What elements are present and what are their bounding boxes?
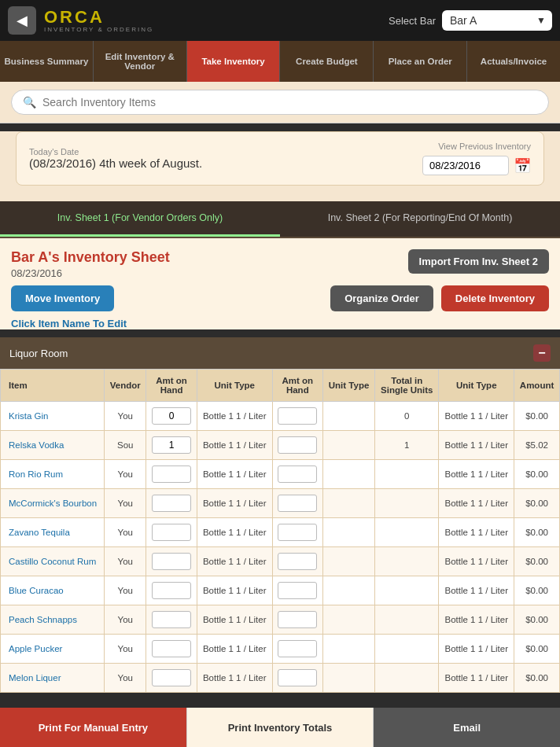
cell-item-name[interactable]: McCormick's Bourbon	[1, 489, 105, 518]
cell-unit-type2	[323, 635, 375, 664]
amt-input2[interactable]	[278, 611, 317, 628]
item-link[interactable]: Zavano Tequila	[9, 528, 70, 537]
tab-take-inventory[interactable]: Take Inventory	[187, 41, 281, 82]
tab-edit-inventory[interactable]: Edit Inventory & Vendor	[94, 41, 187, 82]
col-unit-type3: Unit Type	[439, 370, 514, 402]
amt-input2[interactable]	[278, 524, 317, 541]
cell-item-name[interactable]: Peach Schnapps	[1, 605, 105, 635]
cell-amt-hand2[interactable]	[272, 576, 322, 605]
amt-input2[interactable]	[278, 553, 317, 570]
organize-order-button[interactable]: Organize Order	[330, 285, 433, 311]
cell-item-name[interactable]: Blue Curacao	[1, 576, 105, 605]
item-link[interactable]: Castillo Coconut Rum	[9, 557, 96, 566]
date-section-wrapper: Today's Date (08/23/2016) 4th week of Au…	[0, 131, 560, 201]
delete-inventory-button[interactable]: Delete Inventory	[441, 285, 549, 311]
room-name: Liquor Room	[9, 348, 68, 359]
cell-item-name[interactable]: Ron Rio Rum	[1, 460, 105, 489]
amt-input2[interactable]	[278, 640, 317, 657]
table-row: Ron Rio Rum You Bottle 1 1 / Liter Bottl…	[1, 460, 560, 489]
calendar-icon[interactable]: 📅	[514, 157, 531, 175]
cell-amt-hand2[interactable]	[272, 402, 322, 431]
cell-amt-hand2[interactable]	[272, 460, 322, 489]
amt-input[interactable]	[152, 495, 191, 512]
cell-amt-hand2[interactable]	[272, 431, 322, 460]
amt-input2[interactable]	[278, 407, 317, 425]
amt-input2[interactable]	[278, 495, 317, 512]
cell-amt-hand2[interactable]	[272, 605, 322, 635]
cell-amt-hand1[interactable]	[146, 664, 197, 693]
cell-item-name[interactable]: Melon Liquer	[1, 664, 105, 693]
print-manual-button[interactable]: Print For Manual Entry	[0, 708, 186, 747]
cell-amt-hand1[interactable]	[146, 547, 197, 576]
amt-input2[interactable]	[278, 669, 317, 686]
tab-actuals-invoice[interactable]: Actuals/Invoice	[467, 41, 560, 82]
amt-input[interactable]	[152, 611, 191, 628]
bar-dropdown[interactable]: Bar A	[442, 10, 552, 31]
amt-input[interactable]	[152, 524, 191, 541]
amt-input2[interactable]	[278, 582, 317, 599]
tab-business-summary[interactable]: Business Summary	[0, 41, 94, 82]
amt-input2[interactable]	[278, 465, 317, 483]
tab-create-budget[interactable]: Create Budget	[280, 41, 374, 82]
cell-amt-hand1[interactable]	[146, 518, 197, 547]
item-link[interactable]: Relska Vodka	[9, 440, 64, 450]
cell-amt-hand1[interactable]	[146, 605, 197, 635]
cell-item-name[interactable]: Castillo Coconut Rum	[1, 547, 105, 576]
cell-unit-type3: Bottle 1 1 / Liter	[439, 431, 514, 460]
amt-input[interactable]	[152, 407, 191, 425]
cell-unit-type2	[323, 431, 375, 460]
nav-tabs: Business Summary Edit Inventory & Vendor…	[0, 41, 560, 82]
sheet-tab-1[interactable]: Inv. Sheet 1 (For Vendor Orders Only)	[0, 201, 280, 237]
amt-input[interactable]	[152, 669, 191, 686]
amt-input2[interactable]	[278, 436, 317, 454]
item-link[interactable]: McCormick's Bourbon	[9, 499, 97, 508]
room-collapse-button[interactable]: −	[533, 344, 551, 362]
import-button[interactable]: Import From Inv. Sheet 2	[408, 249, 549, 274]
amt-input[interactable]	[152, 582, 191, 599]
bar-dropdown-wrapper[interactable]: Bar A ▼	[442, 10, 552, 31]
item-link[interactable]: Krista Gin	[9, 411, 49, 421]
cell-amt-hand1[interactable]	[146, 576, 197, 605]
cell-item-name[interactable]: Relska Vodka	[1, 431, 105, 460]
cell-amt-hand2[interactable]	[272, 518, 322, 547]
cell-amt-hand2[interactable]	[272, 547, 322, 576]
cell-item-name[interactable]: Krista Gin	[1, 402, 105, 431]
item-link[interactable]: Blue Curacao	[9, 586, 64, 595]
cell-amount: $0.00	[514, 605, 560, 635]
cell-amt-hand2[interactable]	[272, 489, 322, 518]
cell-amt-hand2[interactable]	[272, 664, 322, 693]
item-link[interactable]: Ron Rio Rum	[9, 469, 63, 479]
amt-input[interactable]	[152, 640, 191, 657]
cell-item-name[interactable]: Zavano Tequila	[1, 518, 105, 547]
cell-amount: $0.00	[514, 489, 560, 518]
cell-amt-hand1[interactable]	[146, 489, 197, 518]
cell-unit-type2	[323, 547, 375, 576]
item-link[interactable]: Melon Liquer	[9, 673, 61, 683]
back-button[interactable]: ◀	[8, 6, 36, 35]
amt-input[interactable]	[152, 553, 191, 570]
cell-amt-hand2[interactable]	[272, 635, 322, 664]
item-link[interactable]: Peach Schnapps	[9, 615, 77, 624]
item-link[interactable]: Apple Pucker	[9, 644, 62, 653]
email-button[interactable]: Email	[374, 708, 560, 747]
cell-item-name[interactable]: Apple Pucker	[1, 635, 105, 664]
prev-date-input[interactable]	[422, 156, 509, 175]
cell-amt-hand1[interactable]	[146, 460, 197, 489]
col-vendor: Vendor	[105, 370, 146, 402]
print-totals-button[interactable]: Print Inventory Totals	[186, 708, 374, 747]
sheet-tab-2[interactable]: Inv. Sheet 2 (For Reporting/End Of Month…	[280, 201, 560, 237]
amt-input[interactable]	[152, 436, 191, 454]
cell-unit-type3: Bottle 1 1 / Liter	[439, 460, 514, 489]
cell-unit-type3: Bottle 1 1 / Liter	[439, 635, 514, 664]
amt-input[interactable]	[152, 465, 191, 483]
cell-amt-hand1[interactable]	[146, 635, 197, 664]
action-row: Move Inventory Organize Order Delete Inv…	[11, 285, 549, 311]
move-inventory-button[interactable]: Move Inventory	[11, 285, 114, 311]
cell-vendor: You	[105, 605, 146, 635]
cell-amt-hand1[interactable]	[146, 402, 197, 431]
tab-place-order[interactable]: Place an Order	[374, 41, 467, 82]
cell-amt-hand1[interactable]	[146, 431, 197, 460]
search-input[interactable]	[42, 96, 537, 109]
date-input-row: 📅	[422, 156, 531, 175]
cell-total-single: 1	[375, 431, 439, 460]
